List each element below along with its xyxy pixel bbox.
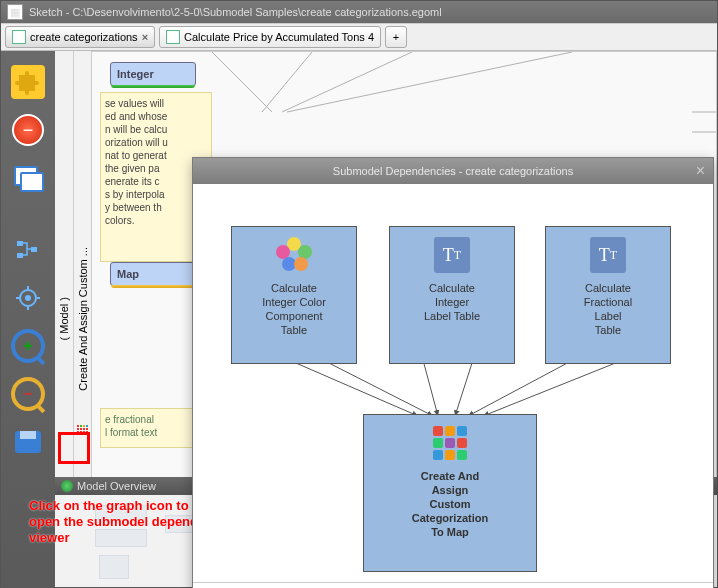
globe-icon	[61, 480, 73, 492]
close-icon[interactable]: ×	[142, 31, 148, 43]
submodel-dependencies-dialog: Submodel Dependencies - create categoriz…	[192, 157, 714, 588]
palette-icon	[276, 237, 312, 273]
grid-icon	[166, 30, 180, 44]
svg-rect-2	[31, 247, 37, 252]
annotation-marker	[58, 432, 90, 464]
document-tabs: create categorizations × Calculate Price…	[1, 23, 717, 51]
window-title: Sketch - C:\Desenvolvimento\2-5-0\Submod…	[29, 6, 442, 18]
fractional-note: e fractional l format text	[100, 408, 200, 448]
dialog-body: Calculate Integer Color Component Table …	[193, 184, 713, 582]
tab-calculate-price[interactable]: Calculate Price by Accumulated Tons 4	[159, 26, 381, 48]
main-area: − + − ( Model ) Create And Assign Custom…	[1, 51, 717, 587]
grid-icon	[12, 30, 26, 44]
save-button[interactable]	[11, 425, 45, 459]
puzzle-icon[interactable]	[11, 65, 45, 99]
title-bar: ▦ Sketch - C:\Desenvolvimento\2-5-0\Subm…	[1, 1, 717, 23]
node-calc-fractional-label[interactable]: TT Calculate Fractional Label Table	[545, 226, 671, 364]
svg-rect-1	[17, 253, 23, 258]
target-button[interactable]	[11, 281, 45, 315]
grid-icon	[432, 425, 468, 461]
zoom-in-button[interactable]: +	[11, 329, 45, 363]
delete-button[interactable]: −	[11, 113, 45, 147]
windows-button[interactable]	[11, 161, 45, 195]
close-icon[interactable]: ×	[696, 162, 705, 180]
node-calc-integer-label[interactable]: TT Calculate Integer Label Table	[389, 226, 515, 364]
dialog-title-bar[interactable]: Submodel Dependencies - create categoriz…	[193, 158, 713, 184]
add-tab-button[interactable]: +	[385, 26, 407, 48]
tab-create-categorizations[interactable]: create categorizations ×	[5, 26, 155, 48]
node-calc-integer-color[interactable]: Calculate Integer Color Component Table	[231, 226, 357, 364]
overview-node	[99, 555, 129, 579]
tab-label: Calculate Price by Accumulated Tons 4	[184, 31, 374, 43]
integer-node[interactable]: Integer	[110, 62, 196, 86]
main-window: ▦ Sketch - C:\Desenvolvimento\2-5-0\Subm…	[0, 0, 718, 588]
node-create-assign-categorization[interactable]: Create And Assign Custom Categorization …	[363, 414, 537, 572]
tab-label: create categorizations	[30, 31, 138, 43]
svg-point-4	[25, 295, 31, 301]
app-icon: ▦	[7, 4, 23, 20]
zoom-out-button[interactable]: −	[11, 377, 45, 411]
dialog-footer: Close	[193, 582, 713, 588]
dialog-title: Submodel Dependencies - create categoriz…	[333, 165, 573, 177]
tree-button[interactable]	[11, 233, 45, 267]
map-node[interactable]: Map	[110, 262, 196, 286]
text-icon: TT	[590, 237, 626, 273]
svg-rect-0	[17, 241, 23, 246]
text-icon: TT	[434, 237, 470, 273]
